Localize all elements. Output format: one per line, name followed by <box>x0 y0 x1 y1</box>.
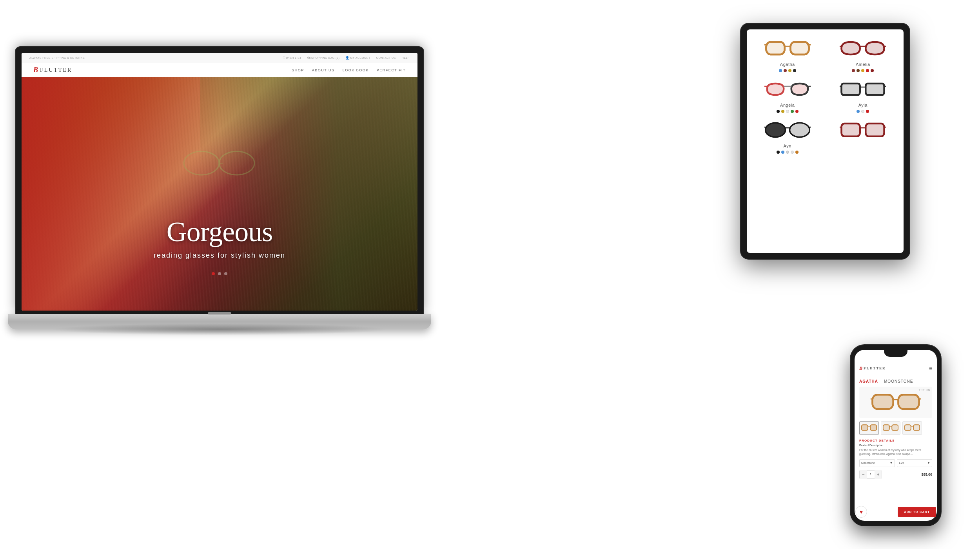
svg-rect-31 <box>872 394 893 409</box>
add-to-cart-button[interactable]: ADD TO CART <box>898 507 936 517</box>
agatha-color-3[interactable] <box>788 69 791 72</box>
agatha-color-1[interactable] <box>779 69 782 72</box>
phone-description: For the elusive woman of mystery who kee… <box>859 448 932 456</box>
product-agatha[interactable]: Agatha <box>753 37 822 72</box>
ayn-color-4[interactable] <box>791 151 794 154</box>
laptop-nav: B FLUTTER SHOP ABOUT US LOOK BOOK PERFEC… <box>22 63 417 77</box>
nav-lookbook[interactable]: LOOK BOOK <box>343 68 369 72</box>
account-label: MY ACCOUNT <box>350 56 370 59</box>
laptop-hero: Gorgeous reading glasses for stylish wom… <box>22 77 417 311</box>
chevron-down-icon: ▼ <box>890 461 893 465</box>
phone-thumb-3[interactable] <box>902 421 922 435</box>
laptop-notch <box>208 312 231 314</box>
heart-icon: ♡ <box>283 56 285 60</box>
phone-product-header: AGATHA MOONSTONE <box>859 379 932 384</box>
wishlist-heart-icon: ♥ <box>860 509 863 515</box>
product-extra[interactable] <box>828 119 898 154</box>
ayla-color-2[interactable] <box>861 110 864 113</box>
product-amelia[interactable]: Amelia <box>828 37 898 72</box>
logo-text: FLUTTER <box>40 67 72 73</box>
amelia-color-1[interactable] <box>852 69 855 72</box>
wishlist-link[interactable]: ♡ WISH LIST <box>283 56 302 60</box>
bag-link[interactable]: 🛍 SHOPPING BAG (3) <box>307 56 339 60</box>
laptop-nav-links: SHOP ABOUT US LOOK BOOK PERFECT FIT <box>292 68 406 72</box>
angela-color-5[interactable] <box>795 110 799 113</box>
tablet-content: Agatha <box>747 29 904 162</box>
ayla-glasses-svg <box>839 79 886 99</box>
hero-dot-1[interactable] <box>212 272 215 275</box>
hero-dot-2[interactable] <box>218 272 221 275</box>
phone-nav: B FLUTTER ≡ <box>855 362 937 375</box>
contact-link[interactable]: CONTACT US <box>376 56 396 59</box>
phone-thumb-2[interactable] <box>881 421 900 435</box>
amelia-color-5[interactable] <box>871 69 874 72</box>
qty-minus-button[interactable]: − <box>860 470 867 479</box>
nav-shop[interactable]: SHOP <box>292 68 304 72</box>
ayn-glasses-svg <box>764 120 811 140</box>
tablet-device: Agatha <box>741 24 909 259</box>
ayla-colors <box>828 110 898 113</box>
thumb-2-svg <box>883 424 898 433</box>
ayn-image <box>764 119 811 140</box>
hero-title: Gorgeous <box>53 216 386 248</box>
phone-product-name: AGATHA <box>859 379 878 384</box>
svg-rect-39 <box>883 425 889 430</box>
phone-thumb-1[interactable] <box>859 421 879 435</box>
angela-color-2[interactable] <box>781 110 784 113</box>
phone-main-image: TRY ON <box>859 387 932 418</box>
laptop-screen-frame: ALWAYS FREE SHIPPING & RETURNS ♡ WISH LI… <box>16 47 423 314</box>
ayla-color-1[interactable] <box>857 110 860 113</box>
svg-rect-36 <box>862 425 868 430</box>
svg-point-21 <box>765 123 785 137</box>
amelia-color-3[interactable] <box>861 69 864 72</box>
product-ayla[interactable]: Ayla <box>828 78 898 113</box>
phone-wishlist-button[interactable]: ♥ <box>855 506 867 518</box>
help-link[interactable]: HELP <box>402 56 410 59</box>
angela-color-4[interactable] <box>791 110 794 113</box>
angela-color-1[interactable] <box>777 110 780 113</box>
account-link[interactable]: 👤 MY ACCOUNT <box>345 56 370 60</box>
phone-notch <box>884 350 907 357</box>
amelia-color-4[interactable] <box>866 69 869 72</box>
amelia-colors <box>828 69 898 72</box>
phone-strength-value: 1.25 <box>899 462 904 464</box>
phone-section-title: PRODUCT DETAILS <box>859 439 932 442</box>
phone-color-select[interactable]: Moonstone ▼ <box>859 459 895 467</box>
qty-value: 1 <box>867 473 875 476</box>
phone-screen: B FLUTTER ≡ AGATHA MOONSTONE <box>855 350 937 521</box>
amelia-color-2[interactable] <box>857 69 860 72</box>
svg-point-22 <box>789 123 809 137</box>
svg-rect-17 <box>866 83 884 95</box>
ayn-color-1[interactable] <box>777 151 780 154</box>
phone-menu-icon[interactable]: ≡ <box>929 365 932 371</box>
ayn-color-3[interactable] <box>786 151 789 154</box>
hero-dot-3[interactable] <box>224 272 227 275</box>
svg-rect-37 <box>870 425 877 430</box>
svg-rect-16 <box>842 83 860 95</box>
agatha-name: Agatha <box>753 62 822 67</box>
svg-rect-42 <box>905 425 911 430</box>
phone-product-variant: MOONSTONE <box>884 379 913 384</box>
amelia-glasses-svg <box>839 38 886 58</box>
qty-plus-button[interactable]: + <box>875 470 882 479</box>
phone-strength-select[interactable]: 1.25 ▼ <box>897 459 933 467</box>
ayn-color-2[interactable] <box>781 151 784 154</box>
product-ayn[interactable]: Ayn <box>753 119 822 154</box>
ayn-color-5[interactable] <box>795 151 799 154</box>
phone-footer: ♥ ADD TO CART <box>855 506 937 518</box>
phone-device: B FLUTTER ≡ AGATHA MOONSTONE <box>851 345 941 525</box>
hero-subtitle: reading glasses for stylish women <box>53 251 386 260</box>
try-on-label[interactable]: TRY ON <box>919 389 930 391</box>
product-angela[interactable]: Angela <box>753 78 822 113</box>
angela-color-3[interactable] <box>786 110 789 113</box>
bag-icon: 🛍 <box>307 56 310 60</box>
agatha-color-4[interactable] <box>793 69 796 72</box>
nav-perfectfit[interactable]: PERFECT FIT <box>377 68 406 72</box>
nav-about[interactable]: ABOUT US <box>312 68 335 72</box>
svg-rect-40 <box>892 425 898 430</box>
amelia-name: Amelia <box>828 62 898 67</box>
agatha-color-2[interactable] <box>784 69 787 72</box>
ayla-color-3[interactable] <box>866 110 869 113</box>
phone-quantity-stepper[interactable]: − 1 + <box>859 470 882 479</box>
angela-colors <box>753 110 822 113</box>
